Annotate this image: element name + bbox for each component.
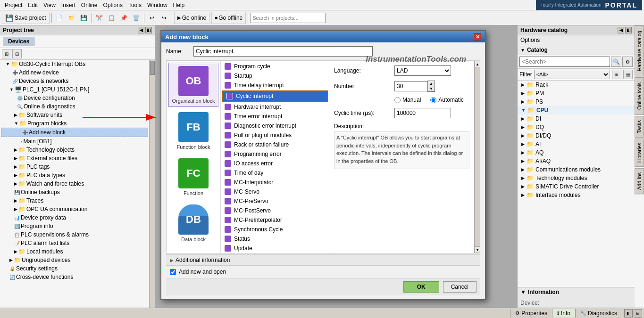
tree-item-local-modules[interactable]: ▶ 📁 Local modules xyxy=(0,247,149,256)
tree-collapse-btn[interactable]: ◀ xyxy=(138,27,144,33)
ob-type-time-of-day[interactable]: Time of day xyxy=(221,168,329,178)
cancel-button[interactable]: Cancel xyxy=(443,281,477,293)
menu-tools[interactable]: Tools xyxy=(125,1,144,9)
tree-item-device-config[interactable]: ⚙️ Device configuration xyxy=(0,94,149,102)
ob-block-selector[interactable]: OB Organization block xyxy=(168,63,218,107)
number-decrement[interactable]: ▼ xyxy=(428,86,435,91)
ok-button[interactable]: OK xyxy=(403,281,439,293)
catalog-item-ai-aq[interactable]: ▶📁 AI/AQ xyxy=(518,157,635,165)
menu-options[interactable]: Options xyxy=(100,1,125,9)
tree-item-plc-supervisions[interactable]: 📋 PLC supervisions & alarms xyxy=(0,230,149,239)
fc-block-selector[interactable]: FC Function xyxy=(168,155,218,199)
name-input[interactable] xyxy=(193,46,373,57)
tree-item-online-diag[interactable]: 🔍 Online & diagnostics xyxy=(0,102,149,111)
filter-btn1[interactable]: ≡ xyxy=(612,70,621,79)
dialog-scrollbar-up[interactable]: ▲ xyxy=(475,61,480,67)
properties-status[interactable]: ⚙ Properties xyxy=(510,309,552,318)
catalog-item-cpu[interactable]: ▼📁 CPU xyxy=(518,106,635,114)
dialog-titlebar[interactable]: Add new block ✕ xyxy=(161,31,485,42)
menu-window[interactable]: Window xyxy=(144,1,170,9)
catalog-item-ps[interactable]: ▶📁 PS xyxy=(518,98,635,106)
ob-type-programming-error[interactable]: Programming error xyxy=(221,149,329,159)
tree-item-opc-ua[interactable]: ▶ 📁 OPC UA communication xyxy=(0,205,149,213)
number-increment[interactable]: ▲ xyxy=(428,81,435,86)
tree-item-watch-force[interactable]: ▶ 📁 Watch and force tables xyxy=(0,179,149,188)
ob-type-mc-preservo[interactable]: MC-PreServo xyxy=(221,196,329,206)
catalog-item-di-dq[interactable]: ▶📁 DI/DQ xyxy=(518,131,635,140)
catalog-item-ai[interactable]: ▶📁 AI xyxy=(518,140,635,148)
tree-item-device-proxy[interactable]: 📊 Device proxy data xyxy=(0,213,149,222)
ob-type-startup[interactable]: Startup xyxy=(221,71,329,81)
ob-type-program-cycle[interactable]: Program cycle xyxy=(221,62,329,71)
menu-help[interactable]: Help xyxy=(170,1,188,9)
additional-info-section[interactable]: ▶ Additional information xyxy=(166,254,480,265)
catalog-item-dq[interactable]: ▶📁 DQ xyxy=(518,123,635,131)
online-tools-tab[interactable]: Online tools xyxy=(635,77,644,115)
menu-insert[interactable]: Insert xyxy=(59,1,78,9)
manual-radio-label[interactable]: Manual xyxy=(394,97,421,103)
catalog-item-rack[interactable]: ▶📁 Rack xyxy=(518,81,635,89)
tree-item-software-units[interactable]: ▶ 📁 Software units xyxy=(0,111,149,119)
tree-item-main-ob1[interactable]: ▪ Main [OB1] xyxy=(0,137,149,146)
catalog-item-pm[interactable]: ▶📁 PM xyxy=(518,89,635,98)
toolbar-delete[interactable]: 🗑️ xyxy=(131,12,142,24)
ob-type-mc-preinterpolator[interactable]: MC-PreInterpolator xyxy=(221,215,329,225)
ob-type-rack-station[interactable]: Rack or station failure xyxy=(221,140,329,149)
catalog-search-input[interactable] xyxy=(519,57,610,67)
toolbar-paste[interactable]: 📌 xyxy=(118,12,130,24)
automatic-radio[interactable] xyxy=(430,97,436,103)
info-status[interactable]: ℹ Info xyxy=(552,309,576,318)
add-ins-tab[interactable]: Add-ins xyxy=(635,168,644,194)
tree-item-ext-source[interactable]: ▶ 📁 External source files xyxy=(0,154,149,163)
automatic-radio-label[interactable]: Automatic xyxy=(430,97,463,103)
ob-type-synchronous-cycle[interactable]: Synchronous Cycle xyxy=(221,225,329,234)
catalog-item-aq[interactable]: ▶📁 AQ xyxy=(518,148,635,157)
fb-block-selector[interactable]: FB Function block xyxy=(168,109,218,153)
tree-item-plc-alarm-text[interactable]: 📝 PLC alarm text lists xyxy=(0,239,149,247)
go-online-button[interactable]: ▶ Go online xyxy=(174,12,209,24)
tree-item-traces[interactable]: ▶ 📁 Traces xyxy=(0,196,149,205)
ob-type-mc-servo[interactable]: MC-Servo xyxy=(221,187,329,196)
number-input[interactable] xyxy=(394,81,427,91)
tree-item-ungrouped[interactable]: ▶ 📁 Ungrouped devices xyxy=(0,256,149,264)
toolbar-undo[interactable]: ↩ xyxy=(146,12,158,24)
manual-radio[interactable] xyxy=(394,97,401,103)
menu-online[interactable]: Online xyxy=(78,1,100,9)
toolbar-copy[interactable]: 📋 xyxy=(106,12,117,24)
tree-item-program-blocks[interactable]: ▼ 📁 Program blocks xyxy=(0,119,149,128)
catalog-item-interface[interactable]: ▶📁 Interface modules xyxy=(518,191,635,199)
tree-item-tech-objects[interactable]: ▶ 📁 Technology objects xyxy=(0,146,149,154)
hardware-catalog-tab[interactable]: Hardware catalog xyxy=(635,25,644,76)
ob-type-mc-postservo[interactable]: MC-PostServo xyxy=(221,206,329,215)
tree-item-plc-tags[interactable]: ▶ 📁 PLC tags xyxy=(0,163,149,171)
ob-type-diagnostic-error[interactable]: Diagnostic error interrupt xyxy=(221,121,329,130)
tree-undock-btn[interactable]: ◧ xyxy=(145,27,152,33)
catalog-collapse[interactable]: ◀ xyxy=(618,27,624,33)
tree-toolbar-btn1[interactable]: ⊞ xyxy=(2,49,11,58)
libraries-tab[interactable]: Libraries xyxy=(635,139,644,167)
tree-item-add-device[interactable]: ➕ Add new device xyxy=(0,68,149,77)
filter-btn2[interactable]: ▤ xyxy=(623,70,633,79)
menu-view[interactable]: View xyxy=(41,1,59,9)
catalog-search-btn[interactable]: 🔍 xyxy=(611,57,621,67)
tree-toolbar-btn2[interactable]: ⊟ xyxy=(12,49,22,58)
tree-item-plc1[interactable]: ▼ 🖥️ PLC_1 [CPU 1512C-1 PN] xyxy=(0,85,149,94)
go-offline-button[interactable]: ■ Go offline xyxy=(211,12,246,24)
tree-item-online-backups[interactable]: 💾 Online backups xyxy=(0,188,149,196)
catalog-search-options[interactable]: ⚙ xyxy=(622,57,633,67)
toolbar-cut[interactable]: ✂️ xyxy=(94,12,105,24)
search-field[interactable] xyxy=(250,13,326,23)
cyclic-time-input[interactable] xyxy=(394,108,451,118)
ob-type-mc-interpolator[interactable]: MC-Interpolator xyxy=(221,178,329,187)
tasks-tab[interactable]: Tasks xyxy=(635,116,644,138)
tree-item-security[interactable]: 🔒 Security settings xyxy=(0,264,149,273)
ob-type-io-access[interactable]: IO access error xyxy=(221,159,329,168)
catalog-expand-arrow[interactable]: ▼ xyxy=(520,48,525,53)
ob-type-pull-plug[interactable]: Pull or plug of modules xyxy=(221,130,329,140)
toolbar-redo[interactable]: ↪ xyxy=(159,12,170,24)
catalog-item-simatic-drive[interactable]: ▶📁 SIMATIC Drive Controller xyxy=(518,182,635,191)
status-btn2[interactable]: ⊟ xyxy=(634,309,642,318)
information-header[interactable]: ▼ Information xyxy=(518,287,635,297)
devices-tab[interactable]: Devices xyxy=(3,37,34,46)
toolbar-open[interactable]: 📁 xyxy=(66,12,77,24)
